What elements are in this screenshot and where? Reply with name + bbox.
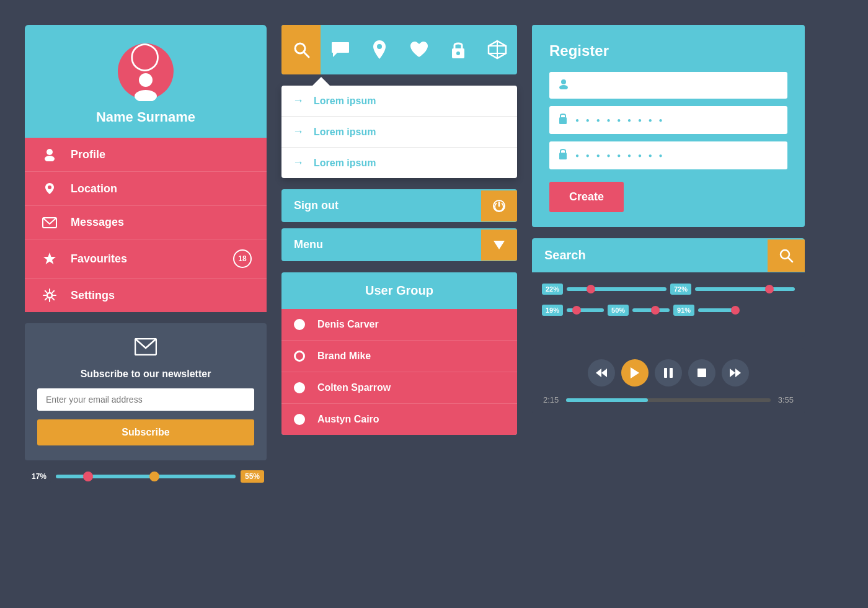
nav-chat[interactable]	[321, 25, 360, 74]
slider-track-2b[interactable]	[632, 308, 670, 312]
stop-button[interactable]	[688, 359, 715, 387]
user-name-0: Denis Carver	[317, 319, 379, 330]
svg-point-4	[48, 186, 51, 189]
favourites-label: Favourites	[71, 253, 233, 266]
slider1-thumb1[interactable]	[83, 472, 93, 481]
nav-item-location[interactable]: Location	[25, 172, 267, 206]
player-card: 2:15 3:55	[532, 348, 805, 413]
svg-marker-27	[596, 369, 601, 377]
nav-item-settings[interactable]: Settings	[25, 279, 267, 312]
username-input[interactable]	[577, 81, 779, 91]
svg-rect-31	[698, 369, 706, 377]
slider1-thumb2[interactable]	[149, 472, 159, 481]
time-end: 3:55	[778, 395, 794, 405]
email-input[interactable]	[37, 388, 254, 411]
thumb-1a[interactable]	[587, 285, 595, 293]
svg-marker-19	[494, 241, 505, 249]
svg-rect-23	[559, 153, 567, 159]
profile-name: Name Surname	[96, 109, 195, 125]
dropdown-menu: → Lorem ipsum → Lorem ipsum → Lorem ipsu…	[281, 86, 517, 178]
nav-search[interactable]	[281, 25, 321, 74]
create-button[interactable]: Create	[549, 182, 624, 212]
settings-label: Settings	[71, 289, 252, 302]
register-title: Register	[549, 42, 787, 60]
menu-button[interactable]: Menu	[281, 228, 517, 261]
user-name-1: Brand Mike	[317, 351, 371, 362]
search-card: Search 22% 72%	[532, 238, 805, 337]
star-icon	[40, 252, 60, 266]
svg-rect-22	[559, 117, 567, 124]
thumb-2c[interactable]	[731, 306, 740, 315]
pct-19: 19%	[542, 305, 563, 316]
nav-box[interactable]	[478, 25, 517, 74]
pct-72: 72%	[670, 284, 691, 295]
progress-track[interactable]	[566, 398, 770, 402]
newsletter-icon	[135, 338, 157, 360]
subscribe-button[interactable]: Subscribe	[37, 419, 254, 445]
password-dots-1: ● ● ● ● ● ● ● ● ●	[575, 117, 665, 123]
slider-track-1a[interactable]	[567, 287, 666, 291]
svg-marker-28	[631, 367, 639, 378]
slider-track-2c[interactable]	[698, 308, 735, 312]
user-row-2[interactable]: Colten Sparrow	[281, 372, 517, 404]
avatar: ◯	[118, 43, 174, 99]
pct-22: 22%	[542, 284, 563, 295]
arrow-icon-3: →	[293, 156, 304, 169]
dropdown-item-3[interactable]: → Lorem ipsum	[281, 148, 517, 178]
menu-label: Menu	[281, 228, 481, 261]
lock-icon-2	[558, 148, 568, 163]
slider-track-2a[interactable]	[567, 308, 604, 312]
play-button[interactable]	[621, 359, 649, 387]
svg-rect-30	[670, 368, 673, 378]
location-label: Location	[71, 182, 252, 195]
search-title: Search	[532, 238, 768, 272]
thumb-1b[interactable]	[765, 285, 774, 293]
nav-item-favourites[interactable]: Favourites 18	[25, 239, 267, 279]
messages-icon	[40, 217, 60, 228]
newsletter-card: Subscribe to our newsletter Subscribe	[25, 323, 267, 460]
pct-91: 91%	[673, 305, 694, 316]
user-group-card: User Group Denis Carver Brand Mike Colte…	[281, 272, 517, 435]
dropdown-item-2[interactable]: → Lorem ipsum	[281, 117, 517, 148]
svg-point-7	[47, 293, 52, 298]
user-dot-3	[294, 414, 305, 425]
lock-icon-1	[558, 112, 568, 128]
action-buttons: Sign out Menu	[281, 189, 517, 261]
middle-column: → Lorem ipsum → Lorem ipsum → Lorem ipsu…	[281, 25, 517, 583]
nav-item-profile[interactable]: Profile	[25, 138, 267, 172]
svg-line-10	[304, 52, 309, 57]
user-row-1[interactable]: Brand Mike	[281, 341, 517, 372]
pause-button[interactable]	[655, 359, 682, 387]
sign-out-button[interactable]: Sign out	[281, 189, 517, 222]
svg-rect-29	[664, 368, 667, 378]
profile-icon	[40, 148, 60, 161]
nav-location[interactable]	[360, 25, 399, 74]
thumb-2b[interactable]	[651, 306, 660, 315]
location-icon	[40, 182, 60, 195]
dropdown-item-1[interactable]: → Lorem ipsum	[281, 86, 517, 117]
nav-item-messages[interactable]: Messages	[25, 206, 267, 239]
slider1-track[interactable]	[56, 475, 236, 478]
svg-point-11	[377, 44, 382, 49]
user-group-title: User Group	[281, 272, 517, 309]
nav-favourites[interactable]	[399, 25, 438, 74]
top-navbar	[281, 25, 517, 74]
slider-track-1b[interactable]	[695, 287, 795, 291]
user-row-0[interactable]: Denis Carver	[281, 309, 517, 341]
arrow-icon-1: →	[293, 94, 304, 107]
svg-point-0	[139, 73, 153, 87]
messages-label: Messages	[71, 216, 252, 229]
svg-line-25	[788, 257, 792, 262]
thumb-2a[interactable]	[572, 306, 581, 315]
fast-forward-button[interactable]	[722, 359, 749, 387]
sign-out-icon	[481, 190, 517, 221]
dropdown-text-1: Lorem ipsum	[314, 96, 376, 107]
user-row-3[interactable]: Austyn Cairo	[281, 404, 517, 435]
user-dot-1	[294, 351, 305, 362]
username-field	[549, 72, 787, 99]
menu-icon	[481, 230, 517, 261]
svg-point-20	[561, 79, 566, 84]
rewind-button[interactable]	[588, 359, 615, 387]
nav-lock[interactable]	[438, 25, 477, 74]
search-icon-box[interactable]	[768, 239, 805, 272]
